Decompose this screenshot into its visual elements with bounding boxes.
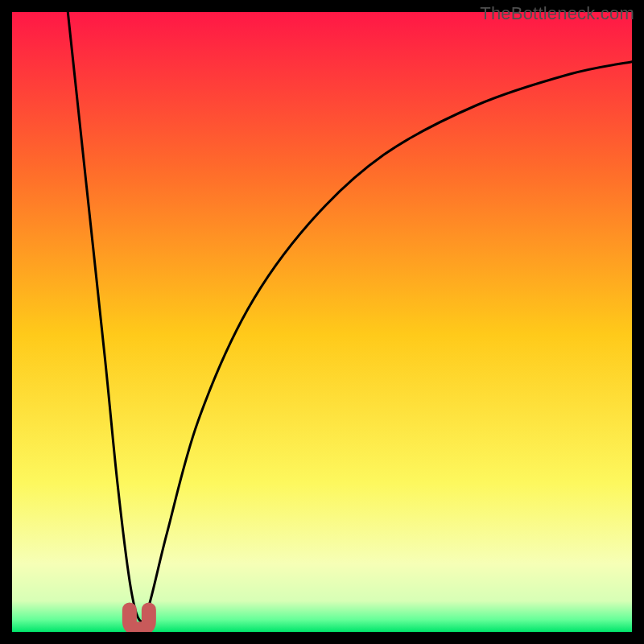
plot-area <box>12 12 632 632</box>
curve-layer <box>12 12 632 632</box>
chart-stage: TheBottleneck.com <box>0 0 644 644</box>
watermark-text: TheBottleneck.com <box>480 3 634 24</box>
bottleneck-curve <box>68 12 632 621</box>
